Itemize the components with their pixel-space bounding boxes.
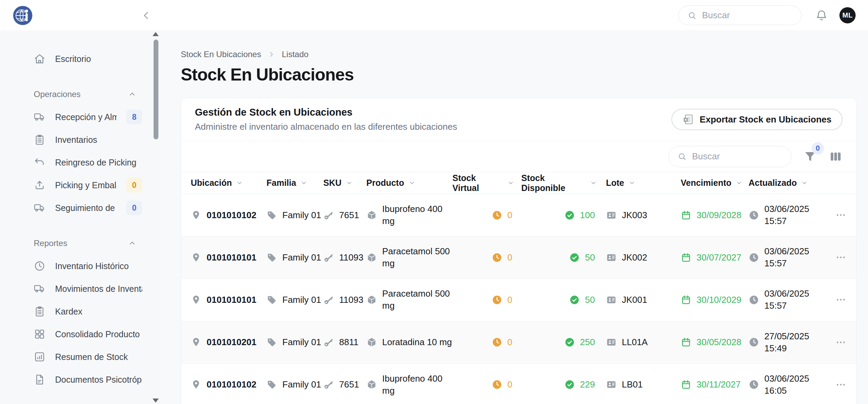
actualizado-value: 03/06/2025 15:57: [764, 288, 833, 312]
sidebar-item-reingreso-de-picking[interactable]: Reingreso de Picking: [0, 151, 160, 174]
row-menu-button[interactable]: [835, 337, 847, 348]
breadcrumb-item[interactable]: Listado: [282, 50, 308, 59]
row-menu-button[interactable]: [835, 209, 847, 221]
column-label: Actualizado: [749, 178, 797, 188]
clock-gray-icon: [749, 295, 759, 305]
tag-icon: [266, 295, 277, 305]
stock-virtual-value: 0: [508, 294, 512, 306]
scrollbar-down-arrow[interactable]: [153, 398, 159, 403]
column-header-sku[interactable]: SKU: [323, 178, 366, 188]
sidebar-item-kardex[interactable]: Kardex: [0, 300, 160, 323]
sidebar-item-picking-y-embalaje[interactable]: Picking y Embalaje 0: [0, 174, 160, 196]
column-header-stock-disponible[interactable]: Stock Disponible: [514, 173, 597, 193]
sidebar-item-documentos-psicotropicos[interactable]: Documentos Psicotrópicos: [0, 368, 160, 391]
truck-icon: [34, 111, 45, 123]
column-header-lote[interactable]: Lote: [597, 178, 671, 188]
package-icon: [366, 210, 377, 221]
chevron-down-icon: [408, 179, 416, 187]
export-stock-button[interactable]: Exportar Stock en Ubicaciones: [671, 109, 843, 130]
home-icon: [34, 53, 45, 65]
sidebar-item-inventarios[interactable]: Inventarios: [0, 128, 160, 151]
familia-cell: Family 01: [266, 294, 323, 306]
topbar: ML: [0, 0, 868, 31]
sidebar-item-escritorio[interactable]: Escritorio: [0, 47, 160, 70]
row-menu-button[interactable]: [835, 379, 847, 391]
check-circle-icon: [564, 379, 575, 390]
vencimiento-cell: 30/10/2029: [671, 294, 740, 306]
table-row[interactable]: 0101010102 Family 01 7651 Ibuprofeno 400…: [181, 194, 856, 236]
row-menu-button[interactable]: [835, 252, 847, 263]
ubicacion-cell: 0101010102: [191, 379, 266, 391]
stock-disponible-value: 250: [580, 336, 595, 348]
document-icon: [34, 374, 45, 385]
app-logo-icon[interactable]: [12, 5, 33, 26]
truck-icon: [34, 283, 45, 295]
calendar-icon: [681, 295, 691, 305]
sidebar-item-consolidado-producto[interactable]: Consolidado Producto: [0, 323, 160, 345]
truck-icon: [34, 202, 45, 214]
ubicacion-value: 0101010101: [207, 294, 257, 306]
table-row[interactable]: 0101010102 Family 01 7651 Ibuprofeno 400…: [181, 363, 856, 404]
column-header-producto[interactable]: Producto: [366, 178, 452, 188]
stock-virtual-cell: 0: [452, 379, 514, 391]
row-menu-button[interactable]: [835, 294, 847, 306]
familia-value: Family 01: [282, 252, 321, 264]
sidebar-item-label: Resumen de Stock: [55, 352, 142, 362]
key-icon: [323, 210, 334, 221]
global-search[interactable]: [678, 6, 802, 25]
stock-virtual-value: 0: [508, 379, 512, 391]
familia-cell: Family 01: [266, 379, 323, 391]
sidebar-item-recepcion-y-almacenamiento[interactable]: Recepción y Almacenami... 8: [0, 106, 160, 128]
sidebar-item-label: Escritorio: [55, 54, 142, 64]
clock-gray-icon: [749, 337, 759, 348]
table-row[interactable]: 0101010101 Family 01 11093 Paracetamol 5…: [181, 278, 856, 321]
clock-orange-icon: [492, 379, 502, 390]
map-pin-icon: [191, 379, 201, 390]
check-circle-icon: [564, 210, 575, 221]
upload-icon: [34, 179, 45, 191]
sidebar-scrollbar-thumb[interactable]: [154, 40, 158, 139]
producto-cell: Paracetamol 500 mg: [366, 245, 452, 269]
chevron-down-icon: [628, 179, 636, 187]
sidebar-section-reportes[interactable]: Reportes: [0, 236, 160, 250]
table-header-row: Ubicación Familia SKU Producto Stock Vir…: [181, 172, 856, 194]
column-header-vencimiento[interactable]: Vencimiento: [671, 178, 740, 188]
columns-view-icon[interactable]: [829, 150, 843, 163]
table-row[interactable]: 0101010101 Family 01 11093 Paracetamol 5…: [181, 236, 856, 278]
actualizado-value: 03/06/2025 15:57: [764, 203, 833, 227]
calendar-icon: [681, 252, 691, 263]
section-title: Reportes: [34, 238, 67, 248]
column-header-stock-virtual[interactable]: Stock Virtual: [452, 173, 514, 193]
lote-value: JK002: [622, 252, 647, 264]
global-search-input[interactable]: [702, 10, 792, 21]
scrollbar-up-arrow[interactable]: [153, 32, 159, 36]
stock-virtual-cell: 0: [452, 294, 514, 306]
notifications-bell-icon[interactable]: [815, 9, 828, 22]
tag-icon: [266, 252, 277, 263]
vencimiento-value: 30/11/2027: [697, 379, 741, 391]
map-pin-icon: [191, 252, 201, 263]
user-avatar[interactable]: ML: [839, 7, 856, 23]
sidebar-item-inventario-historico[interactable]: Inventario Histórico: [0, 255, 160, 277]
sidebar-item-resumen-de-stock[interactable]: Resumen de Stock: [0, 345, 160, 368]
column-header-ubicacion[interactable]: Ubicación: [191, 178, 266, 188]
table-search[interactable]: [668, 146, 792, 167]
familia-value: Family 01: [282, 209, 321, 221]
table-row[interactable]: 0101010201 Family 01 8811 Loratadina 10 …: [181, 321, 856, 363]
column-header-familia[interactable]: Familia: [266, 178, 323, 188]
sidebar-item-movimientos-de-inventario[interactable]: Movimientos de Inventario: [0, 277, 160, 300]
sidebar-item-seguimiento-de-cajas[interactable]: Seguimiento de Cajas 0: [0, 196, 160, 219]
table-search-input[interactable]: [692, 151, 782, 162]
actualizado-value: 03/06/2025 16:05: [764, 373, 833, 397]
sidebar-collapse-button[interactable]: [139, 8, 154, 23]
breadcrumb-item[interactable]: Stock En Ubicaciones: [181, 50, 261, 59]
main-content: Stock En Ubicaciones Listado Stock En Ub…: [160, 31, 868, 404]
producto-value: Ibuprofeno 400 mg: [382, 373, 452, 397]
map-pin-icon: [191, 295, 201, 305]
sidebar-section-operaciones[interactable]: Operaciones: [0, 87, 160, 101]
chevron-down-icon: [801, 179, 808, 187]
ubicacion-cell: 0101010101: [191, 294, 266, 306]
familia-value: Family 01: [282, 379, 321, 391]
column-header-actualizado[interactable]: Actualizado: [740, 178, 833, 188]
chevron-down-icon: [300, 179, 307, 187]
